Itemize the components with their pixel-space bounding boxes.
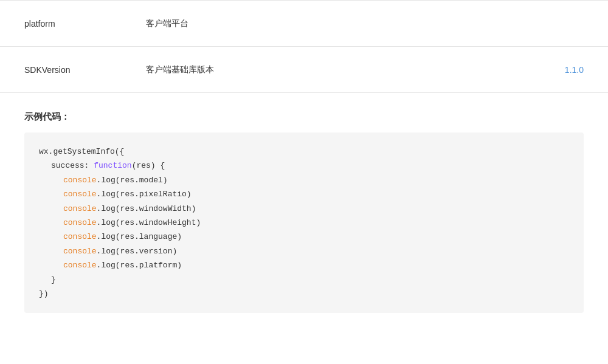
table-row: platform 客户端平台 [0, 1, 608, 47]
code-block: wx.getSystemInfo({ success: function(res… [24, 132, 584, 313]
code-line-4: console.log(res.pixelRatio) [39, 187, 569, 201]
desc-label: 客户端平台 [146, 18, 188, 28]
row-desc-platform: 客户端平台 [146, 18, 462, 29]
key-label: platform [24, 19, 55, 29]
row-value-sdkversion: 1.1.0 [462, 65, 584, 75]
code-line-5: console.log(res.windowWidth) [39, 202, 569, 216]
keyword-console: console [63, 176, 97, 185]
row-desc-sdkversion: 客户端基础库版本 [146, 64, 462, 75]
code-line-2: success: function(res) { [39, 159, 569, 173]
keyword-console: console [63, 218, 97, 227]
table-row: SDKVersion 客户端基础库版本 1.1.0 [0, 47, 608, 93]
code-line-9: console.log(res.platform) [39, 258, 569, 272]
example-section: 示例代码： wx.getSystemInfo({ success: functi… [0, 93, 608, 331]
code-line-10: } [39, 273, 569, 287]
value-label: 1.1.0 [565, 65, 584, 75]
row-key-sdkversion: SDKVersion [24, 65, 146, 75]
keyword-console: console [63, 204, 97, 213]
row-key-platform: platform [24, 19, 146, 29]
code-line-8: console.log(res.version) [39, 244, 569, 258]
code-line-3: console.log(res.model) [39, 173, 569, 187]
keyword-console: console [63, 232, 97, 241]
key-label: SDKVersion [24, 65, 70, 75]
code-line-1: wx.getSystemInfo({ [39, 145, 569, 159]
code-line-11: }) [39, 287, 569, 301]
page-container: platform 客户端平台 SDKVersion 客户端基础库版本 1.1.0… [0, 0, 608, 364]
example-title: 示例代码： [24, 111, 584, 123]
code-line-7: console.log(res.language) [39, 230, 569, 244]
keyword-console: console [63, 247, 97, 256]
code-line-6: console.log(res.windowHeight) [39, 216, 569, 230]
desc-label: 客户端基础库版本 [146, 64, 214, 74]
keyword-function: function [94, 161, 131, 170]
keyword-console: console [63, 190, 97, 199]
keyword-console: console [63, 261, 97, 270]
table-section: platform 客户端平台 SDKVersion 客户端基础库版本 1.1.0 [0, 0, 608, 93]
